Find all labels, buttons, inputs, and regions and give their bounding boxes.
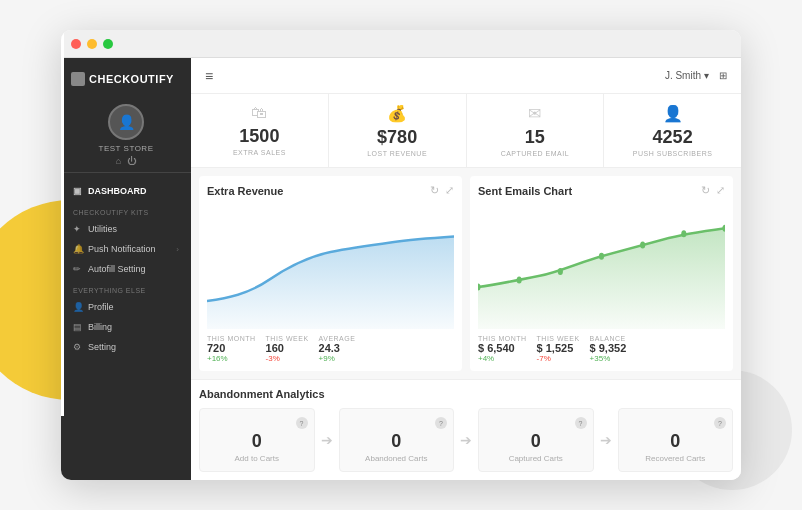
cs-change: +16%	[207, 354, 256, 363]
logo-icon	[71, 72, 85, 86]
acard-header: ?	[625, 417, 727, 429]
chevron-down-icon[interactable]: ▾	[704, 70, 709, 81]
cs-value: $ 6,540	[478, 342, 527, 354]
person-icon: 👤	[663, 104, 683, 123]
user-name: J. Smith	[665, 70, 701, 81]
window-minimize-dot[interactable]	[87, 39, 97, 49]
menu-icon[interactable]: ≡	[205, 68, 213, 84]
refresh-icon[interactable]: ↻	[701, 184, 710, 197]
cs-this-month: THIS MONTH $ 6,540 +4%	[478, 335, 527, 363]
bag-icon: 🛍	[251, 104, 267, 122]
chart-title: Extra Revenue	[207, 185, 283, 197]
svg-point-5	[681, 230, 686, 237]
acard-abandoned-carts: ? 0 Abandoned Carts	[339, 408, 455, 472]
cs-this-month: THIS MONTH 720 +16%	[207, 335, 256, 363]
cs-this-week: THIS WEEK 160 -3%	[266, 335, 309, 363]
sidebar-item-dashboard[interactable]: ▣ DASHBOARD	[61, 181, 191, 201]
cs-change: +9%	[319, 354, 356, 363]
refresh-icon[interactable]: ↻	[430, 184, 439, 197]
sidebar-item-label: Utilities	[88, 224, 117, 234]
cs-value: $ 9,352	[590, 342, 627, 354]
chart-title-row: Sent Emails Chart ↻ ⤢	[478, 184, 725, 197]
stat-label: CAPTURED EMAIL	[501, 150, 569, 157]
svg-point-4	[640, 242, 645, 249]
utilities-icon: ✦	[73, 224, 83, 234]
cs-label: THIS WEEK	[537, 335, 580, 342]
acard-label: Captured Carts	[509, 454, 563, 463]
acard-number: 0	[531, 431, 541, 452]
cs-value: 24.3	[319, 342, 356, 354]
arrow-icon-1: ➔	[321, 432, 333, 448]
store-action-home[interactable]: ⌂	[116, 156, 121, 166]
logo-text: CHECKOUTIFY	[89, 73, 174, 85]
stats-row: 🛍 1500 EXTRA SALES 💰 $780 LOST REVENUE ✉…	[191, 94, 741, 168]
nav-section-label-else: EVERYTHING ELSE	[61, 279, 191, 297]
sidebar-item-push-notification[interactable]: 🔔 Push Notification ›	[61, 239, 191, 259]
stat-label: EXTRA SALES	[233, 149, 286, 156]
money-icon: 💰	[387, 104, 407, 123]
stat-lost-revenue: 💰 $780 LOST REVENUE	[329, 94, 467, 167]
acard-header: ?	[485, 417, 587, 429]
setting-icon: ⚙	[73, 342, 83, 352]
sidebar-item-profile[interactable]: 👤 Profile	[61, 297, 191, 317]
arrow-icon-3: ➔	[600, 432, 612, 448]
expand-icon[interactable]: ⤢	[445, 184, 454, 197]
sidebar-item-setting[interactable]: ⚙ Setting	[61, 337, 191, 357]
browser-window: CHECKOUTIFY 👤 TEST STORE ⌂ ⏻ ▣ DASHBOARD…	[61, 30, 741, 480]
app-layout: CHECKOUTIFY 👤 TEST STORE ⌂ ⏻ ▣ DASHBOARD…	[61, 58, 741, 480]
abandonment-title: Abandonment Analytics	[199, 388, 733, 400]
cs-change: -3%	[266, 354, 309, 363]
sidebar-item-label: DASHBOARD	[88, 186, 147, 196]
sidebar-nav: ▣ DASHBOARD CHECKOUTIFY KITS ✦ Utilities…	[61, 173, 191, 480]
question-icon[interactable]: ?	[296, 417, 308, 429]
cs-change: -7%	[537, 354, 580, 363]
sidebar-item-label: Billing	[88, 322, 112, 332]
charts-row: Extra Revenue ↻ ⤢	[191, 168, 741, 379]
cs-this-week: THIS WEEK $ 1,525 -7%	[537, 335, 580, 363]
sidebar-item-utilities[interactable]: ✦ Utilities	[61, 219, 191, 239]
cs-balance: BALANCE $ 9,352 +35%	[590, 335, 627, 363]
svg-point-3	[599, 253, 604, 260]
acard-number: 0	[391, 431, 401, 452]
question-icon[interactable]: ?	[435, 417, 447, 429]
topbar-user: J. Smith ▾	[665, 70, 709, 81]
abandonment-cards: ? 0 Add to Carts ➔ ? 0 Abandoned Carts ➔	[199, 408, 733, 472]
window-maximize-dot[interactable]	[103, 39, 113, 49]
extra-revenue-stats: THIS MONTH 720 +16% THIS WEEK 160 -3% AV…	[207, 335, 454, 363]
avatar-icon: 👤	[118, 114, 135, 130]
grid-icon[interactable]: ⊞	[719, 70, 727, 81]
sidebar-item-label: Profile	[88, 302, 114, 312]
acard-label: Recovered Carts	[645, 454, 705, 463]
sidebar-item-label: Autofill Setting	[88, 264, 146, 274]
cs-value: 720	[207, 342, 256, 354]
sidebar-item-autofill[interactable]: ✏ Autofill Setting	[61, 259, 191, 279]
dashboard-icon: ▣	[73, 186, 83, 196]
sent-emails-stats: THIS MONTH $ 6,540 +4% THIS WEEK $ 1,525…	[478, 335, 725, 363]
nav-section-label-kits: CHECKOUTIFY KITS	[61, 201, 191, 219]
expand-icon[interactable]: ⤢	[716, 184, 725, 197]
sidebar-item-label: Push Notification	[88, 244, 156, 254]
topbar-right: J. Smith ▾ ⊞	[665, 70, 727, 81]
store-action-logout[interactable]: ⏻	[127, 156, 136, 166]
stat-number: $780	[377, 127, 417, 148]
question-icon[interactable]: ?	[575, 417, 587, 429]
window-close-dot[interactable]	[71, 39, 81, 49]
sidebar-item-label: Setting	[88, 342, 116, 352]
chart-sent-emails: Sent Emails Chart ↻ ⤢	[470, 176, 733, 371]
store-actions: ⌂ ⏻	[116, 156, 136, 166]
autofill-icon: ✏	[73, 264, 83, 274]
cs-label: AVERAGE	[319, 335, 356, 342]
stat-extra-sales: 🛍 1500 EXTRA SALES	[191, 94, 329, 167]
stat-number: 4252	[653, 127, 693, 148]
profile-icon: 👤	[73, 302, 83, 312]
cs-value: 160	[266, 342, 309, 354]
sidebar-item-billing[interactable]: ▤ Billing	[61, 317, 191, 337]
acard-header: ?	[206, 417, 308, 429]
push-icon: 🔔	[73, 244, 83, 254]
cs-change: +35%	[590, 354, 627, 363]
cs-label: BALANCE	[590, 335, 627, 342]
chart-actions: ↻ ⤢	[430, 184, 454, 197]
svg-point-1	[517, 277, 522, 284]
acard-label: Abandoned Carts	[365, 454, 427, 463]
question-icon[interactable]: ?	[714, 417, 726, 429]
